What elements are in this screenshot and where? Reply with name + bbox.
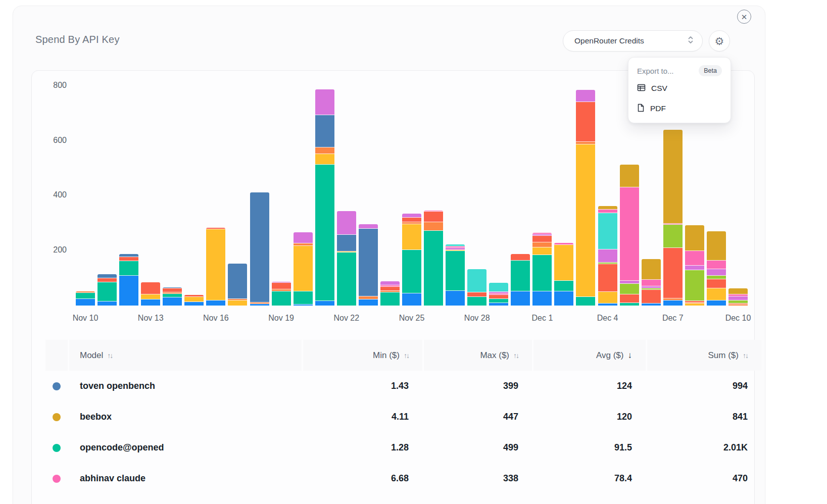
column-header-min[interactable]: Min ($)↑↓	[303, 340, 422, 371]
bar-segment-turquoise[interactable]	[489, 283, 508, 292]
bar-dec-9[interactable]	[707, 231, 726, 306]
close-button[interactable]: ✕	[737, 10, 751, 24]
bar-nov-30[interactable]	[511, 254, 530, 306]
bar-segment-steel[interactable]	[337, 235, 356, 251]
bar-segment-tomato[interactable]	[489, 295, 508, 299]
bar-segment-teal[interactable]	[76, 293, 95, 299]
bar-segment-amber[interactable]	[294, 246, 313, 291]
bar-segment-teal[interactable]	[402, 250, 421, 293]
bar-segment-teal[interactable]	[467, 297, 487, 306]
bar-segment-tomato[interactable]	[424, 212, 443, 222]
bar-segment-steel[interactable]	[250, 192, 269, 303]
bar-segment-orchid[interactable]	[598, 249, 617, 263]
bar-segment-orange[interactable]	[532, 242, 552, 247]
bar-segment-gold[interactable]	[642, 259, 661, 280]
bar-segment-amber[interactable]	[707, 288, 726, 300]
bar-segment-blue[interactable]	[642, 304, 661, 306]
bar-nov-19[interactable]	[272, 282, 291, 306]
bar-segment-amber[interactable]	[402, 224, 421, 250]
bar-segment-blue[interactable]	[76, 299, 95, 306]
bar-segment-amber[interactable]	[532, 247, 552, 255]
bar-segment-pink[interactable]	[685, 251, 704, 266]
table-row[interactable]: toven openbench1.43399124994	[45, 371, 755, 401]
bar-segment-blue[interactable]	[98, 301, 117, 306]
bar-segment-gold[interactable]	[598, 206, 617, 210]
bar-segment-lime[interactable]	[685, 270, 704, 301]
export-csv-item[interactable]: CSV	[637, 78, 722, 98]
bar-segment-pink[interactable]	[598, 210, 617, 213]
bar-segment-blue[interactable]	[402, 293, 421, 306]
table-row[interactable]: beebox4.11447120841	[45, 401, 755, 432]
bar-nov-21[interactable]	[315, 89, 334, 306]
bar-nov-28[interactable]	[467, 269, 487, 306]
bar-nov-22[interactable]	[337, 211, 356, 306]
column-header-model[interactable]: Model↑↓	[69, 340, 302, 371]
bar-segment-blue[interactable]	[663, 300, 683, 306]
bar-segment-teal[interactable]	[620, 303, 639, 306]
bar-dec-1[interactable]	[532, 233, 552, 306]
bar-segment-teal[interactable]	[163, 294, 182, 297]
bar-nov-14[interactable]	[163, 287, 182, 306]
bar-segment-pink[interactable]	[642, 280, 661, 286]
settings-button[interactable]: ⚙	[709, 30, 730, 52]
bar-segment-steel[interactable]	[228, 264, 247, 299]
bar-segment-orchid[interactable]	[294, 232, 313, 243]
bar-segment-tomato[interactable]	[141, 282, 160, 294]
bar-dec-2[interactable]	[554, 243, 573, 306]
bar-nov-23[interactable]	[359, 224, 378, 306]
bar-segment-orchid[interactable]	[685, 266, 704, 270]
bar-segment-teal[interactable]	[532, 255, 552, 291]
bar-segment-teal[interactable]	[315, 165, 334, 301]
bar-segment-amber[interactable]	[141, 294, 160, 299]
bar-segment-blue[interactable]	[446, 291, 465, 306]
bar-segment-tomato[interactable]	[272, 283, 291, 289]
bar-dec-10[interactable]	[728, 288, 748, 306]
bar-segment-blue[interactable]	[250, 304, 269, 306]
bar-nov-11[interactable]	[98, 274, 117, 306]
bar-segment-teal[interactable]	[272, 291, 291, 306]
bar-nov-26[interactable]	[424, 211, 443, 306]
bar-dec-7[interactable]	[663, 130, 683, 306]
bar-segment-tomato[interactable]	[620, 294, 639, 303]
bar-segment-lime[interactable]	[707, 276, 726, 279]
bar-segment-blue[interactable]	[532, 291, 552, 306]
bar-segment-blue[interactable]	[489, 303, 508, 306]
bar-segment-tomato[interactable]	[663, 248, 683, 298]
bar-segment-blue[interactable]	[511, 291, 530, 306]
column-header-sum[interactable]: Sum ($)↑↓	[647, 340, 761, 371]
bar-segment-teal[interactable]	[576, 297, 595, 306]
bar-segment-tomato[interactable]	[402, 218, 421, 222]
bar-segment-pink[interactable]	[707, 261, 726, 269]
bar-segment-orange[interactable]	[424, 222, 443, 231]
bar-segment-tomato[interactable]	[380, 287, 400, 291]
bar-nov-18[interactable]	[250, 192, 269, 306]
bar-segment-teal[interactable]	[294, 291, 313, 305]
bar-nov-16[interactable]	[206, 228, 225, 306]
bar-segment-orchid[interactable]	[402, 214, 421, 218]
bar-segment-tomato[interactable]	[511, 254, 530, 261]
bar-nov-12[interactable]	[119, 254, 138, 306]
bar-segment-steel[interactable]	[359, 229, 378, 296]
bar-segment-turquoise[interactable]	[598, 213, 617, 249]
bar-nov-13[interactable]	[141, 282, 160, 306]
column-header-max[interactable]: Max ($)↑↓	[424, 340, 532, 371]
bar-dec-4[interactable]	[598, 206, 617, 306]
bar-segment-blue[interactable]	[119, 276, 138, 306]
bar-segment-orchid[interactable]	[315, 89, 334, 115]
bar-nov-10[interactable]	[76, 291, 95, 306]
bar-segment-teal[interactable]	[511, 261, 530, 291]
bar-segment-tomato[interactable]	[532, 236, 552, 242]
bar-segment-tomato[interactable]	[576, 102, 595, 142]
bar-segment-amber[interactable]	[685, 304, 704, 306]
bar-segment-orchid[interactable]	[728, 296, 748, 300]
bar-segment-blue[interactable]	[206, 300, 225, 306]
bar-segment-teal[interactable]	[98, 282, 117, 301]
bar-segment-teal[interactable]	[337, 253, 356, 306]
bar-dec-8[interactable]	[685, 225, 704, 306]
currency-select[interactable]: OpenRouter Credits	[563, 30, 703, 52]
bar-segment-blue[interactable]	[554, 291, 573, 306]
bar-segment-gold[interactable]	[685, 225, 704, 251]
bar-nov-27[interactable]	[446, 244, 465, 306]
bar-segment-lime[interactable]	[663, 225, 683, 248]
bar-segment-lime[interactable]	[620, 284, 639, 294]
